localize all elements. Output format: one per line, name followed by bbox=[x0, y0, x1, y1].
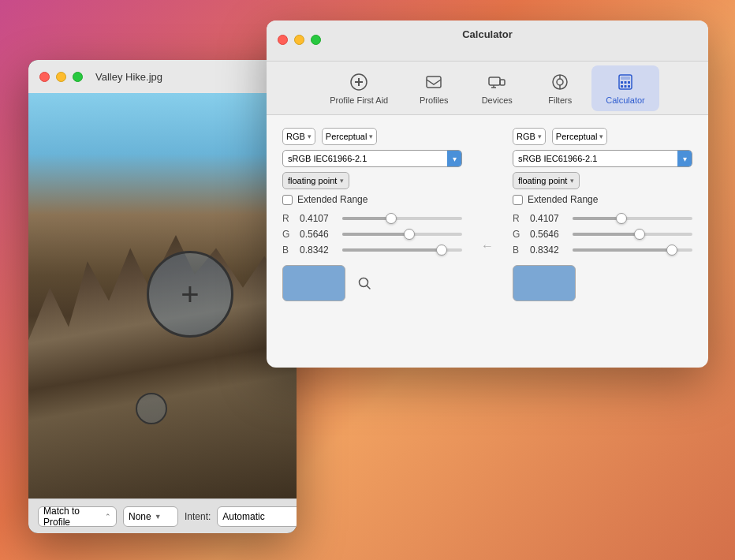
left-swatch-row bbox=[282, 265, 462, 301]
match-to-profile-select[interactable]: Match to Profile ⌃ bbox=[38, 506, 117, 527]
right-b-slider[interactable] bbox=[573, 248, 692, 252]
toolbar-label-devices: Devices bbox=[482, 95, 513, 105]
search-button[interactable] bbox=[353, 272, 375, 294]
left-profile-name: sRGB IEC61966-2.1 bbox=[288, 154, 367, 163]
photo-minimize-button[interactable] bbox=[56, 72, 66, 82]
left-rendering-intent-select[interactable]: Perceptual ▾ bbox=[322, 128, 378, 145]
calc-close-button[interactable] bbox=[278, 35, 288, 45]
photo-title: Valley Hike.jpg bbox=[95, 71, 162, 83]
right-r-slider[interactable] bbox=[573, 217, 692, 220]
svg-rect-19 bbox=[628, 85, 630, 88]
toolbar-item-filters[interactable]: Filters bbox=[528, 65, 591, 111]
svg-point-9 bbox=[557, 79, 563, 85]
left-ri-chevron: ▾ bbox=[369, 133, 373, 140]
left-r-slider[interactable] bbox=[342, 217, 462, 220]
right-profile-arrow-btn[interactable]: ▾ bbox=[677, 151, 692, 166]
photo-titlebar: Valley Hike.jpg bbox=[28, 60, 297, 93]
photo-maximize-button[interactable] bbox=[73, 72, 83, 82]
devices-icon bbox=[487, 72, 507, 92]
left-depth-select[interactable]: floating point ▾ bbox=[282, 172, 349, 189]
profiles-icon bbox=[423, 72, 444, 92]
intent-select[interactable]: Automatic ⌃ bbox=[217, 506, 297, 527]
right-rendering-intent-select[interactable]: Perceptual ▾ bbox=[552, 128, 608, 145]
svg-rect-17 bbox=[621, 85, 623, 88]
calc-titlebar: Calculator bbox=[267, 21, 708, 62]
left-depth-row: floating point ▾ bbox=[282, 172, 462, 189]
match-to-profile-label: Match to Profile bbox=[43, 506, 102, 528]
left-g-row: G 0.5646 bbox=[282, 229, 462, 240]
panel-divider: ← bbox=[478, 128, 497, 301]
right-depth-select[interactable]: floating point ▾ bbox=[513, 172, 580, 189]
none-select[interactable]: None ▼ bbox=[123, 506, 178, 527]
svg-point-20 bbox=[360, 278, 368, 287]
right-extended-range-checkbox[interactable] bbox=[513, 195, 523, 205]
right-depth-chevron: ▾ bbox=[570, 177, 574, 185]
toolbar-label-profile-first-aid: Profile First Aid bbox=[330, 95, 388, 105]
none-label: None bbox=[129, 511, 151, 522]
svg-rect-5 bbox=[500, 80, 505, 85]
right-b-row: B 0.8342 bbox=[513, 245, 692, 256]
calc-title: Calculator bbox=[462, 28, 513, 40]
left-extended-range-row: Extended Range bbox=[282, 194, 462, 205]
toolbar-item-calculator[interactable]: Calculator bbox=[591, 65, 659, 111]
calc-traffic-lights bbox=[278, 35, 321, 45]
svg-rect-4 bbox=[489, 77, 500, 85]
left-profile-arrow-btn[interactable]: ▾ bbox=[447, 151, 461, 166]
left-cs-chevron: ▾ bbox=[308, 133, 312, 140]
left-b-slider[interactable] bbox=[342, 248, 462, 252]
photo-content bbox=[28, 93, 297, 498]
calculator-icon bbox=[615, 72, 636, 92]
right-r-row: R 0.4107 bbox=[513, 213, 692, 224]
toolbar-item-profile-first-aid[interactable]: Profile First Aid bbox=[315, 65, 402, 111]
left-extended-range-checkbox[interactable] bbox=[282, 195, 293, 205]
intent-label: Intent: bbox=[185, 511, 211, 522]
calc-toolbar: Profile First Aid Profiles D bbox=[267, 62, 708, 115]
right-color-space-row: RGB ▾ Perceptual ▾ bbox=[513, 128, 692, 145]
filters-icon bbox=[550, 72, 570, 92]
photo-window: Valley Hike.jpg Match to Profile ⌃ None … bbox=[28, 60, 297, 533]
calc-content: RGB ▾ Perceptual ▾ sRGB IEC61966-2.1 ▾ f… bbox=[267, 115, 708, 314]
left-extended-range-label: Extended Range bbox=[297, 194, 368, 205]
right-color-swatch bbox=[513, 265, 576, 301]
left-color-space-select[interactable]: RGB ▾ bbox=[282, 128, 315, 145]
intent-value: Automatic bbox=[222, 511, 264, 522]
toolbar-item-profiles[interactable]: Profiles bbox=[402, 65, 465, 111]
right-extended-range-label: Extended Range bbox=[528, 194, 598, 205]
toolbar-label-profiles: Profiles bbox=[420, 95, 449, 105]
calc-minimize-button[interactable] bbox=[294, 35, 304, 45]
right-color-space-select[interactable]: RGB ▾ bbox=[513, 128, 546, 145]
calc-maximize-button[interactable] bbox=[311, 35, 321, 45]
photo-footer: Match to Profile ⌃ None ▼ Intent: Automa… bbox=[28, 498, 297, 533]
left-g-slider[interactable] bbox=[342, 233, 462, 236]
calculator-window: Calculator Profile First Aid Profi bbox=[267, 21, 708, 368]
svg-rect-16 bbox=[628, 81, 630, 84]
none-chevron-icon: ▼ bbox=[155, 513, 162, 521]
svg-rect-13 bbox=[621, 77, 630, 80]
svg-line-21 bbox=[368, 286, 371, 289]
right-panel: RGB ▾ Perceptual ▾ sRGB IEC61966-2.1 ▾ f… bbox=[513, 128, 692, 301]
right-extended-range-row: Extended Range bbox=[513, 194, 692, 205]
right-ri-chevron: ▾ bbox=[599, 133, 603, 140]
svg-rect-18 bbox=[624, 85, 626, 88]
photo-close-button[interactable] bbox=[39, 72, 50, 82]
toolbar-label-filters: Filters bbox=[548, 95, 572, 105]
left-r-row: R 0.4107 bbox=[282, 213, 462, 224]
toolbar-item-devices[interactable]: Devices bbox=[465, 65, 528, 111]
profile-first-aid-icon bbox=[349, 72, 369, 92]
left-color-space-row: RGB ▾ Perceptual ▾ bbox=[282, 128, 462, 145]
svg-rect-3 bbox=[427, 77, 441, 88]
svg-rect-15 bbox=[624, 81, 626, 84]
right-g-slider[interactable] bbox=[573, 233, 692, 236]
left-panel: RGB ▾ Perceptual ▾ sRGB IEC61966-2.1 ▾ f… bbox=[282, 128, 462, 301]
right-cs-chevron: ▾ bbox=[538, 133, 542, 140]
svg-rect-14 bbox=[621, 81, 623, 84]
right-swatch-row bbox=[513, 265, 692, 301]
right-depth-row: floating point ▾ bbox=[513, 172, 692, 189]
toolbar-label-calculator: Calculator bbox=[606, 95, 645, 105]
right-profile-name: sRGB IEC61966-2.1 bbox=[518, 154, 597, 163]
left-depth-chevron: ▾ bbox=[340, 177, 344, 185]
right-g-row: G 0.5646 bbox=[513, 229, 692, 240]
magnifier-circle[interactable] bbox=[147, 251, 233, 338]
left-color-swatch bbox=[282, 265, 345, 301]
left-b-row: B 0.8342 bbox=[282, 245, 462, 256]
